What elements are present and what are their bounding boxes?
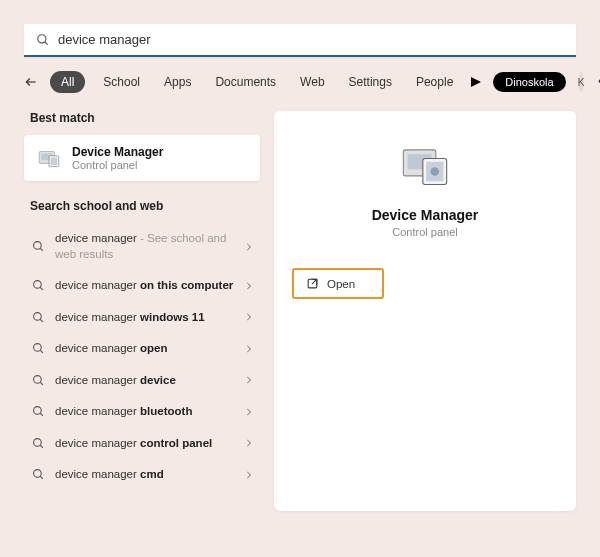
svg-line-9 <box>40 248 43 251</box>
search-icon <box>32 279 45 292</box>
best-match-title: Device Manager <box>72 145 163 159</box>
suggestion-item[interactable]: device manager bluetooth <box>24 396 260 428</box>
suggestion-text: device manager device <box>55 373 176 389</box>
search-icon <box>32 405 45 418</box>
preview-subtitle: Control panel <box>292 226 558 238</box>
more-icon[interactable]: ••• <box>596 75 600 89</box>
suggestion-item[interactable]: device manager - See school and web resu… <box>24 223 260 270</box>
filter-row: All School Apps Documents Web Settings P… <box>24 71 576 93</box>
suggestion-text: device manager cmd <box>55 467 164 483</box>
svg-marker-3 <box>471 77 481 87</box>
chevron-right-icon <box>244 438 254 448</box>
filter-school[interactable]: School <box>97 71 146 93</box>
suggestion-text: device manager control panel <box>55 436 212 452</box>
open-button[interactable]: Open <box>292 268 384 299</box>
svg-line-15 <box>40 350 43 353</box>
filter-all[interactable]: All <box>50 71 85 93</box>
open-button-label: Open <box>327 278 355 290</box>
svg-point-16 <box>34 375 42 383</box>
svg-point-8 <box>34 242 42 250</box>
svg-rect-7 <box>51 157 58 165</box>
svg-point-18 <box>34 407 42 415</box>
search-icon <box>36 33 50 47</box>
svg-line-13 <box>40 319 43 322</box>
search-bar[interactable] <box>24 24 576 57</box>
filter-documents[interactable]: Documents <box>209 71 282 93</box>
chevron-right-icon <box>244 312 254 322</box>
filter-web[interactable]: Web <box>294 71 330 93</box>
svg-point-28 <box>430 167 439 176</box>
suggestion-item[interactable]: device manager on this computer <box>24 270 260 302</box>
preview-pane: Device Manager Control panel Open <box>274 111 576 511</box>
search-input[interactable] <box>58 32 564 47</box>
chevron-right-icon <box>244 375 254 385</box>
svg-point-20 <box>34 438 42 446</box>
search-icon <box>32 240 45 253</box>
section-best-match: Best match <box>24 111 260 125</box>
svg-point-12 <box>34 312 42 320</box>
svg-line-11 <box>40 287 43 290</box>
suggestion-item[interactable]: device manager windows 11 <box>24 302 260 334</box>
avatar[interactable]: K <box>578 72 585 92</box>
suggestion-text: device manager on this computer <box>55 278 233 294</box>
chevron-right-icon <box>244 281 254 291</box>
svg-line-23 <box>40 477 43 480</box>
svg-line-17 <box>40 382 43 385</box>
preview-title: Device Manager <box>292 207 558 223</box>
svg-point-22 <box>34 470 42 478</box>
brand-pill[interactable]: Dinoskola <box>493 72 565 92</box>
preview-device-manager-icon <box>292 139 558 191</box>
back-arrow-icon[interactable] <box>24 75 38 89</box>
suggestions-list: device manager - See school and web resu… <box>24 223 260 491</box>
results-column: Best match Device Manager Control panel … <box>24 111 260 511</box>
chevron-right-icon <box>244 470 254 480</box>
best-match-subtitle: Control panel <box>72 159 163 171</box>
svg-line-1 <box>45 41 48 44</box>
filter-apps[interactable]: Apps <box>158 71 197 93</box>
suggestion-text: device manager - See school and web resu… <box>55 231 234 262</box>
suggestion-item[interactable]: device manager open <box>24 333 260 365</box>
play-icon[interactable] <box>471 77 481 87</box>
search-icon <box>32 468 45 481</box>
search-icon <box>32 374 45 387</box>
best-match-card[interactable]: Device Manager Control panel <box>24 135 260 181</box>
svg-line-19 <box>40 413 43 416</box>
chevron-right-icon <box>244 407 254 417</box>
search-icon <box>32 437 45 450</box>
svg-point-0 <box>38 34 46 42</box>
search-icon <box>32 342 45 355</box>
suggestion-text: device manager open <box>55 341 168 357</box>
chevron-right-icon <box>244 242 254 252</box>
svg-point-10 <box>34 281 42 289</box>
chevron-right-icon <box>244 344 254 354</box>
svg-line-30 <box>312 279 317 284</box>
suggestion-item[interactable]: device manager device <box>24 365 260 397</box>
section-search-web: Search school and web <box>24 199 260 213</box>
search-icon <box>32 311 45 324</box>
suggestion-text: device manager windows 11 <box>55 310 205 326</box>
suggestion-item[interactable]: device manager cmd <box>24 459 260 491</box>
filter-people[interactable]: People <box>410 71 459 93</box>
svg-line-21 <box>40 445 43 448</box>
svg-point-14 <box>34 344 42 352</box>
device-manager-icon <box>36 145 62 171</box>
filter-settings[interactable]: Settings <box>343 71 398 93</box>
open-external-icon <box>306 277 319 290</box>
suggestion-item[interactable]: device manager control panel <box>24 428 260 460</box>
suggestion-text: device manager bluetooth <box>55 404 192 420</box>
